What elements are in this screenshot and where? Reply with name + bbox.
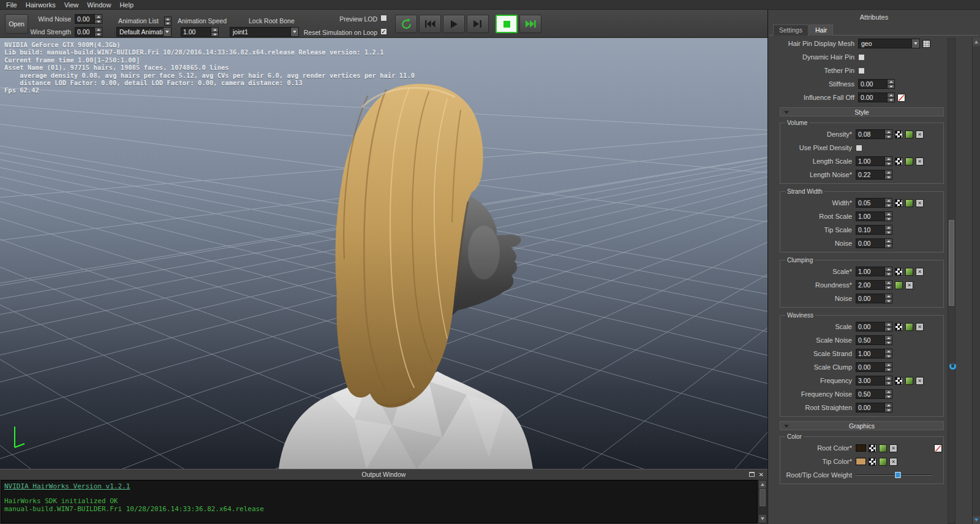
section-graphics[interactable]: Graphics: [780, 421, 944, 430]
clear-icon[interactable]: ✕: [889, 444, 897, 452]
spinner-icon[interactable]: [211, 28, 218, 36]
close-icon[interactable]: [759, 471, 764, 478]
spinner-icon[interactable]: [94, 28, 102, 36]
value-field[interactable]: 0.10: [856, 225, 892, 235]
menu-file[interactable]: File: [2, 1, 21, 9]
use-pixel-density-checkbox[interactable]: [856, 145, 862, 151]
spinner-icon[interactable]: [884, 170, 892, 179]
root-color-swatch[interactable]: [856, 444, 866, 452]
tip-color-swatch[interactable]: [856, 458, 866, 465]
log-line[interactable]: NVIDIA HairWorks Version v1.2.1: [4, 482, 754, 490]
spinner-icon[interactable]: [884, 349, 892, 358]
clear-icon[interactable]: ✕: [916, 131, 924, 139]
ramp-icon[interactable]: [879, 444, 887, 452]
spinner-icon[interactable]: [884, 390, 892, 398]
root-tip-color-weight-slider[interactable]: [856, 471, 933, 479]
spinner-icon[interactable]: [884, 267, 892, 276]
value-field[interactable]: 0.22: [856, 170, 892, 180]
spinner-icon[interactable]: [884, 294, 892, 303]
spinner-icon[interactable]: [884, 239, 892, 248]
value-field[interactable]: 0.00: [856, 238, 892, 248]
wind-noise-field[interactable]: 0.00: [75, 14, 102, 24]
value-field[interactable]: 1.00: [856, 267, 892, 276]
clear-icon[interactable]: ✕: [916, 268, 924, 276]
ramp-icon[interactable]: [905, 268, 913, 276]
menu-view[interactable]: View: [60, 1, 83, 9]
ramp-icon[interactable]: [905, 199, 913, 207]
value-field[interactable]: 0.00: [856, 322, 892, 332]
spinner-icon[interactable]: [884, 336, 892, 344]
value-field[interactable]: 0.00: [856, 362, 892, 372]
step-forward-button[interactable]: [467, 15, 489, 33]
open-button[interactable]: Open: [5, 14, 28, 34]
ramp-icon[interactable]: [879, 458, 887, 466]
ramp-icon[interactable]: [905, 323, 913, 331]
texture-icon[interactable]: [895, 131, 903, 139]
output-scrollbar[interactable]: [758, 480, 767, 523]
value-field[interactable]: 0.00: [856, 403, 892, 412]
tab-settings[interactable]: Settings: [773, 25, 809, 36]
slider-thumb[interactable]: [895, 472, 901, 478]
spinner-icon[interactable]: [884, 403, 892, 412]
scrollbar-thumb[interactable]: [760, 489, 766, 506]
spinner-icon[interactable]: [164, 17, 172, 26]
value-field[interactable]: 0.08: [856, 129, 892, 139]
clear-icon[interactable]: ✕: [889, 458, 897, 466]
value-field[interactable]: 1.00: [856, 211, 892, 221]
spinner-icon[interactable]: [884, 363, 892, 371]
spinner-icon[interactable]: [884, 322, 892, 331]
curve-icon[interactable]: [934, 444, 942, 452]
tether-pin-checkbox[interactable]: [858, 67, 865, 74]
spinner-icon[interactable]: [884, 130, 892, 139]
clear-icon[interactable]: ✕: [916, 199, 924, 207]
texture-icon[interactable]: [869, 458, 876, 466]
rewind-button[interactable]: [419, 15, 441, 33]
ramp-icon[interactable]: [895, 281, 903, 289]
value-field[interactable]: 1.00: [856, 156, 892, 166]
grid-icon[interactable]: [922, 40, 930, 48]
scrollbar-thumb[interactable]: [949, 220, 954, 306]
texture-icon[interactable]: [895, 268, 903, 276]
spinner-icon[interactable]: [884, 212, 892, 221]
texture-icon[interactable]: [869, 444, 876, 452]
ramp-icon[interactable]: [905, 377, 913, 385]
scroll-up-icon[interactable]: [973, 38, 980, 46]
spinner-icon[interactable]: [887, 93, 894, 102]
float-panel-icon[interactable]: [749, 472, 755, 477]
animation-speed-field[interactable]: 1.00: [181, 27, 219, 37]
clear-icon[interactable]: ✕: [916, 377, 924, 385]
spinner-icon[interactable]: [884, 226, 892, 234]
curve-icon[interactable]: [897, 94, 905, 102]
value-field[interactable]: 3.00: [856, 376, 892, 385]
value-field[interactable]: 1.00: [856, 349, 892, 359]
attributes-scrollbar[interactable]: [948, 38, 956, 524]
menu-help[interactable]: Help: [115, 1, 138, 9]
scroll-down-icon[interactable]: [759, 515, 766, 523]
texture-icon[interactable]: [895, 199, 903, 207]
lock-root-bone-dropdown[interactable]: joint1: [230, 27, 299, 37]
dynamic-hair-pin-checkbox[interactable]: [858, 54, 865, 61]
wind-strength-field[interactable]: 0.00: [75, 27, 102, 37]
play-button[interactable]: [443, 15, 465, 33]
value-field[interactable]: 0.00: [856, 294, 892, 303]
output-window-titlebar[interactable]: Output Window: [0, 469, 767, 479]
ramp-icon[interactable]: [905, 131, 913, 139]
section-style[interactable]: Style: [780, 107, 944, 116]
scroll-down-icon[interactable]: [973, 516, 980, 524]
stop-button[interactable]: [496, 15, 518, 33]
animation-list-dropdown[interactable]: Default Animation: [116, 27, 172, 37]
value-field[interactable]: 0.00: [858, 79, 895, 89]
value-field[interactable]: 0.05: [856, 198, 892, 208]
end-button[interactable]: [519, 15, 541, 33]
value-field[interactable]: 0.50: [856, 389, 892, 399]
value-field[interactable]: 2.00: [856, 280, 892, 290]
loop-button[interactable]: [395, 15, 417, 33]
preview-lod-checkbox[interactable]: [380, 15, 387, 21]
spinner-icon[interactable]: [884, 281, 892, 289]
scroll-up-icon[interactable]: [759, 480, 766, 488]
menu-window[interactable]: Window: [83, 1, 115, 9]
window-scrollbar[interactable]: [972, 38, 980, 524]
texture-icon[interactable]: [895, 377, 903, 385]
hair-pin-display-mesh-dropdown[interactable]: geo: [858, 39, 920, 48]
clear-icon[interactable]: ✕: [916, 158, 924, 165]
